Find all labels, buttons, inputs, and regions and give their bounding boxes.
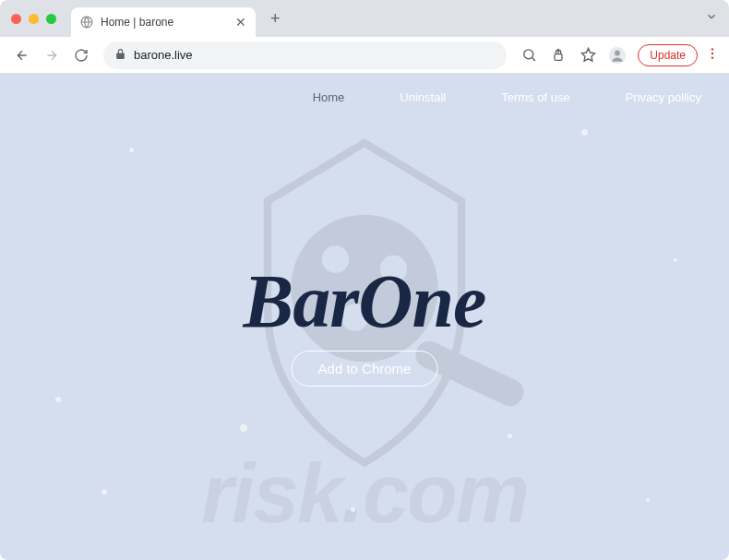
particle: [581, 129, 588, 136]
svg-point-5: [711, 48, 713, 50]
close-window-button[interactable]: [11, 14, 21, 24]
new-tab-button[interactable]: +: [270, 9, 281, 29]
nav-terms[interactable]: Terms of use: [501, 90, 569, 104]
lock-icon: [114, 47, 126, 64]
browser-tab[interactable]: Home | barone ✕: [71, 7, 256, 37]
bookmark-star-icon[interactable]: [575, 42, 601, 68]
site-nav: Home Uninstall Terms of use Privacy poll…: [313, 90, 701, 104]
url-text: barone.live: [134, 48, 193, 62]
nav-privacy[interactable]: Privacy pollicy: [626, 90, 701, 104]
chevron-down-icon[interactable]: [705, 10, 718, 27]
particle: [102, 489, 107, 494]
nav-uninstall[interactable]: Uninstall: [400, 90, 446, 104]
back-button[interactable]: [9, 42, 35, 68]
page-content: risk.com Home Uninstall Terms of use Pri…: [0, 74, 729, 560]
particle: [351, 507, 355, 512]
svg-point-1: [524, 50, 533, 59]
globe-icon: [80, 16, 93, 29]
nav-home[interactable]: Home: [313, 90, 345, 104]
window-titlebar: Home | barone ✕ +: [0, 0, 729, 37]
search-icon[interactable]: [516, 42, 542, 68]
add-to-chrome-button[interactable]: Add to Chrome: [292, 351, 438, 387]
svg-point-6: [711, 52, 713, 54]
watermark-text: risk.com: [201, 447, 528, 542]
brand-logo: BarOne: [244, 258, 486, 345]
particle: [55, 397, 61, 402]
update-button[interactable]: Update: [638, 44, 698, 66]
traffic-lights: [11, 14, 56, 24]
forward-button[interactable]: [39, 42, 65, 68]
particle: [674, 258, 677, 262]
svg-point-4: [615, 50, 620, 55]
browser-toolbar: barone.live Update: [0, 37, 729, 74]
svg-point-7: [711, 56, 713, 58]
reload-button[interactable]: [68, 42, 94, 68]
particle: [508, 434, 512, 438]
share-icon[interactable]: [545, 42, 571, 68]
particle: [129, 148, 134, 152]
maximize-window-button[interactable]: [46, 14, 56, 24]
close-tab-icon[interactable]: ✕: [235, 15, 246, 30]
menu-dots-icon[interactable]: [705, 46, 720, 65]
address-bar[interactable]: barone.live: [103, 42, 507, 69]
tab-title: Home | barone: [101, 16, 228, 29]
particle: [240, 424, 247, 432]
particle: [646, 498, 650, 502]
profile-icon[interactable]: [604, 42, 630, 68]
svg-rect-2: [555, 54, 562, 60]
minimize-window-button[interactable]: [29, 14, 39, 24]
